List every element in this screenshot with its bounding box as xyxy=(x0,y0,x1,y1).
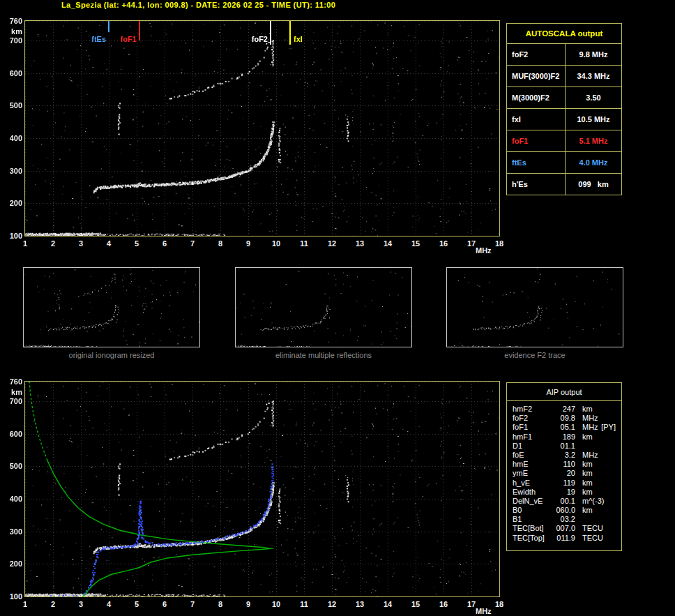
aip-row-value: 110 xyxy=(552,460,575,469)
autoscala-row-M(3000)F2: M(3000)F23.50 xyxy=(507,87,621,108)
aip-row-unit: MHz xyxy=(582,451,598,460)
aip-row-hmE: hmE110km xyxy=(513,460,617,469)
aip-row-value: 09.8 xyxy=(552,414,575,423)
aip-row-foE: foE3.2MHz xyxy=(513,451,617,460)
profile-ionogram-plot xyxy=(24,381,500,597)
x-tick-label: 8 xyxy=(210,600,231,608)
x-tick-label: 10 xyxy=(266,600,287,608)
x-tick-label: 7 xyxy=(182,600,203,608)
x-tick-label: 6 xyxy=(154,239,175,248)
aip-row-extra xyxy=(616,460,617,469)
autoscala-row-value: 4.0 MHz xyxy=(566,152,621,173)
thumbnail-original-ionogram xyxy=(23,267,200,347)
aip-row-hmF1: hmF1189km xyxy=(513,433,617,442)
x-tick-label: 9 xyxy=(238,239,259,248)
aip-row-Ewidth: Ewidth19km xyxy=(513,488,617,497)
thumbnail-caption-original: original ionogram resized xyxy=(23,351,200,359)
aip-row-DelN_vE: DelN_vE00.1m^(-3) xyxy=(513,497,617,506)
x-tick-label: 5 xyxy=(126,239,147,248)
y-tick-label: 600 xyxy=(0,69,22,77)
aip-row-unit: km xyxy=(582,479,593,488)
autoscala-row-value: 10.5 MHz xyxy=(566,109,621,130)
thumbnail-f2-trace xyxy=(446,267,623,347)
aip-row-unit: km xyxy=(582,506,593,515)
y-tick-label: 700 xyxy=(0,36,22,45)
aip-row-label: hmE xyxy=(513,460,552,469)
x-tick-label: 16 xyxy=(433,600,454,608)
y-tick-label: 200 xyxy=(0,199,22,207)
aip-row-label: TEC[Top] xyxy=(513,534,552,543)
aip-row-foF1: foF105.1MHz[PY] xyxy=(513,423,617,432)
x-tick-label: 2 xyxy=(43,239,63,248)
aip-rows: hmF2247kmfoF209.8MHzfoF105.1MHz[PY]hmF11… xyxy=(507,401,621,543)
x-axis-unit: MHz xyxy=(476,607,492,615)
autoscala-panel: AUTOSCALA output foF29.8 MHzMUF(3000)F23… xyxy=(506,23,622,195)
aip-row-extra xyxy=(616,488,617,497)
aip-row-extra: [PY] xyxy=(601,423,617,432)
autoscala-rows: foF29.8 MHzMUF(3000)F234.3 MHzM(3000)F23… xyxy=(507,43,621,195)
autoscala-panel-title: AUTOSCALA output xyxy=(507,24,621,43)
aip-row-label: hmF2 xyxy=(513,405,552,414)
x-tick-label: 1 xyxy=(15,600,36,608)
y-axis-unit: km xyxy=(0,27,22,36)
x-tick-label: 6 xyxy=(154,600,175,608)
marker-label-foF1: foF1 xyxy=(121,35,137,43)
marker-label-foF2: foF2 xyxy=(252,35,268,43)
thumbnail-f2-trace-canvas xyxy=(447,268,623,347)
x-tick-label: 18 xyxy=(489,239,510,248)
aip-row-extra xyxy=(616,469,617,478)
x-tick-label: 7 xyxy=(182,239,203,248)
thumbnail-no-multiples-canvas xyxy=(236,268,411,347)
marker-label-ftEs: ftEs xyxy=(91,35,106,43)
autoscala-row-value: 099 km xyxy=(566,174,621,195)
autoscala-row-label: foF2 xyxy=(507,44,566,65)
thumbnail-no-multiples xyxy=(235,267,412,347)
autoscala-row-label: foF1 xyxy=(507,130,566,151)
x-tick-label: 9 xyxy=(238,600,259,608)
aip-row-unit: km xyxy=(582,469,593,478)
autoscala-row-foF2: foF29.8 MHz xyxy=(507,43,621,65)
aip-row-value: 01.1 xyxy=(552,442,575,451)
aip-row-label: D1 xyxy=(513,442,552,451)
aip-row-hmF2: hmF2247km xyxy=(513,405,617,414)
aip-row-value: 05.1 xyxy=(552,423,575,432)
x-tick-label: 1 xyxy=(15,239,36,248)
autoscala-row-value: 5.1 MHz xyxy=(566,130,621,151)
aip-row-unit: MHz xyxy=(582,423,598,432)
aip-row-extra xyxy=(616,534,617,543)
aip-row-unit: km xyxy=(582,433,593,442)
y-tick-label: 700 xyxy=(0,397,22,405)
autoscala-row-h'Es: h'Es099 km xyxy=(507,173,621,195)
aip-row-unit: m^(-3) xyxy=(582,497,604,506)
aip-row-extra xyxy=(616,433,617,442)
x-tick-label: 12 xyxy=(321,600,342,608)
aip-row-unit: MHz xyxy=(582,414,598,423)
aip-row-label: DelN_vE xyxy=(513,497,552,506)
aip-panel-title: AIP output xyxy=(507,388,621,396)
x-tick-label: 15 xyxy=(405,600,426,608)
aip-row-extra xyxy=(616,497,617,506)
aip-row-extra xyxy=(616,524,617,533)
x-tick-label: 11 xyxy=(294,239,314,248)
aip-row-value: 189 xyxy=(552,433,575,442)
aip-row-label: TEC[Bot] xyxy=(513,524,552,533)
aip-row-value: 03.2 xyxy=(552,515,575,524)
marker-label-fxI: fxI xyxy=(294,35,303,43)
aip-row-value: 19 xyxy=(552,488,575,497)
aip-panel: AIP output hmF2247kmfoF209.8MHzfoF105.1M… xyxy=(506,382,622,551)
aip-row-TEC[Top]: TEC[Top]011.9TECU xyxy=(513,534,617,543)
aip-row-value: 00.1 xyxy=(552,497,575,506)
x-tick-label: 10 xyxy=(266,239,287,248)
aip-row-ymE: ymE20km xyxy=(513,469,617,478)
y-axis-unit: km xyxy=(0,388,22,396)
aip-row-label: Ewidth xyxy=(513,488,552,497)
autoscala-row-ftEs: ftEs4.0 MHz xyxy=(507,151,621,173)
autoscala-row-label: M(3000)F2 xyxy=(507,87,566,108)
x-tick-label: 11 xyxy=(294,600,314,608)
main-ionogram-canvas xyxy=(25,21,499,236)
y-tick-label: 500 xyxy=(0,101,22,110)
x-tick-label: 2 xyxy=(43,600,63,608)
aip-row-extra xyxy=(616,506,617,515)
aip-row-label: foF1 xyxy=(513,423,552,432)
aip-row-value: 20 xyxy=(552,469,575,478)
